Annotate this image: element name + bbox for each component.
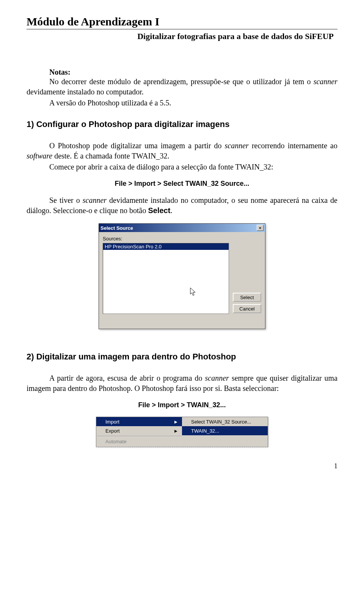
cancel-button[interactable]: Cancel [233, 304, 261, 313]
menu-screenshot: Import ▶ Export ▶ Automate Select TWAIN_… [96, 417, 268, 447]
menu-label: TWAIN_32... [191, 428, 219, 434]
submenu-arrow-icon: ▶ [174, 420, 177, 424]
text-fragment: No decorrer deste módulo de aprendizagem… [49, 77, 314, 86]
text-fragment: . [170, 206, 172, 215]
text-fragment: Se tiver o [49, 196, 83, 204]
text-fragment: deste. É a chamada fonte TWAIN_32. [52, 152, 169, 160]
menu-item-automate: Automate [96, 438, 182, 444]
text-scanner-italic: scanner [225, 141, 249, 150]
menu-item-import[interactable]: Import ▶ [96, 417, 182, 426]
instruction-1: File > Import > Select TWAIN_32 Source..… [27, 180, 337, 188]
sources-label: Sources: [103, 236, 229, 242]
menu-item-export[interactable]: Export ▶ [96, 426, 182, 435]
menu-label: Export [105, 428, 120, 434]
text-software-italic: software [27, 152, 52, 160]
page-number: 1 [27, 462, 337, 470]
section-1-paragraph-1: O Photoshop pode digitalizar uma imagem … [27, 141, 337, 161]
section-1-heading: 1) Configurar o Photoshop para digitaliz… [27, 119, 337, 129]
section-2-paragraph-1: A partir de agora, escusa de abrir o pro… [27, 373, 337, 394]
notas-paragraph-2: A versão do Photoshop utilizada é a 5.5. [27, 98, 337, 108]
select-source-dialog: Select Source × Sources: HP PrecisionSca… [99, 223, 265, 329]
notas-paragraph-1: No decorrer deste módulo de aprendizagem… [27, 77, 337, 97]
menu-label: Import [105, 419, 119, 425]
section-1-paragraph-3: Se tiver o scanner devidamente instalado… [27, 195, 337, 216]
text-scanner-italic: scanner [83, 196, 107, 204]
section-1-paragraph-2: Comece por abrir a caixa de diálogo para… [27, 162, 337, 172]
text-scanner-italic: scanner [314, 77, 337, 86]
list-item[interactable]: HP PrecisionScan Pro 2.0 [103, 243, 229, 250]
text-select-bold: Select [148, 206, 170, 215]
dialog-title: Select Source [100, 225, 133, 231]
menu-right-panel: Select TWAIN_32 Source... TWAIN_32... [182, 417, 268, 447]
notas-heading: Notas: [49, 68, 337, 77]
section-2-heading: 2) Digitalizar uma imagem para dentro do… [27, 352, 337, 362]
menu-item-twain[interactable]: TWAIN_32... [182, 426, 268, 435]
text-fragment: devidamente instalado no computador. [27, 88, 144, 96]
submenu-arrow-icon: ▶ [174, 429, 177, 433]
page-title: Módulo de Aprendizagem I [27, 15, 337, 30]
instruction-2: File > Import > TWAIN_32... [27, 401, 337, 409]
select-button[interactable]: Select [233, 293, 261, 302]
menu-item-select-source[interactable]: Select TWAIN_32 Source... [182, 417, 268, 426]
text-fragment: A partir de agora, escusa de abrir o pro… [49, 374, 205, 382]
text-scanner-italic: scanner [205, 374, 229, 382]
text-fragment: recorrendo internamente ao [249, 141, 337, 150]
text-fragment: O Photoshop pode digitalizar uma imagem … [49, 141, 225, 150]
sources-listbox[interactable]: HP PrecisionScan Pro 2.0 [103, 243, 229, 314]
menu-label: Select TWAIN_32 Source... [191, 419, 251, 425]
menu-separator [97, 436, 181, 437]
menu-left-panel: Import ▶ Export ▶ Automate [96, 417, 182, 447]
page-subtitle: Digitalizar fotografias para a base de d… [27, 31, 337, 41]
dialog-titlebar: Select Source × [99, 224, 265, 232]
close-button[interactable]: × [257, 225, 264, 231]
